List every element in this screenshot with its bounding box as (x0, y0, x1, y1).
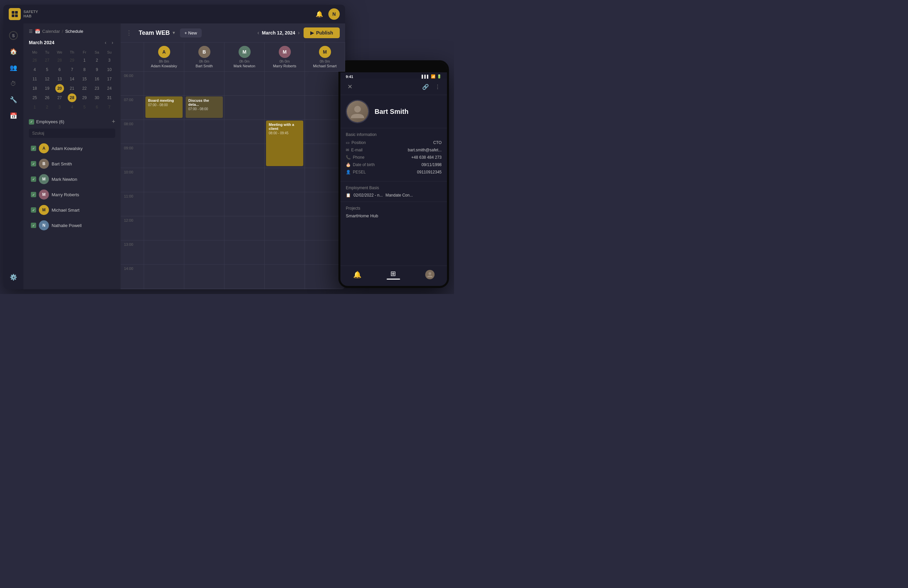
time-cell-3-3[interactable] (265, 144, 305, 168)
person-header-bart[interactable]: B 0h 0m Bart Smith (184, 43, 224, 71)
mini-cal-prev[interactable]: ‹ (103, 39, 109, 46)
time-cell-5-3[interactable] (265, 192, 305, 216)
event-block[interactable]: Discuss the deta...07:00 - 08:00 (186, 96, 223, 118)
cal-day[interactable]: 26 (43, 93, 52, 102)
time-cell-8-1[interactable] (184, 265, 224, 288)
sidebar-item-clock[interactable]: ⏱ (7, 77, 20, 90)
date-next-button[interactable]: › (298, 30, 299, 36)
time-cell-9-3[interactable] (265, 289, 305, 289)
time-cell-6-2[interactable] (224, 216, 265, 240)
time-cell-2-3[interactable]: Meeting with a client08:00 - 09:45 (265, 120, 305, 144)
cal-day[interactable]: 3 (55, 103, 64, 111)
cal-day[interactable]: 3 (105, 56, 114, 64)
cal-day[interactable]: 6 (55, 65, 64, 74)
cal-day[interactable]: 12 (43, 75, 52, 84)
cal-day[interactable]: 29 (68, 56, 76, 64)
breadcrumb-parent[interactable]: Calendar (42, 29, 60, 34)
time-cell-6-1[interactable] (184, 216, 224, 240)
cal-day[interactable]: 2 (92, 56, 101, 64)
mini-cal-next[interactable]: › (109, 39, 115, 46)
cal-day[interactable]: 17 (105, 75, 114, 84)
cal-day[interactable]: 19 (43, 84, 52, 93)
cal-day[interactable]: 1 (80, 56, 89, 64)
cal-day[interactable]: 5 (80, 103, 89, 111)
cal-day[interactable]: 4 (68, 103, 76, 111)
cal-day[interactable]: 22 (80, 84, 89, 93)
cal-day[interactable]: 16 (92, 75, 101, 84)
cal-day[interactable]: 23 (92, 84, 101, 93)
mobile-nav-grid[interactable]: ⊞ (386, 270, 400, 280)
cal-day[interactable]: 29 (80, 93, 89, 102)
time-cell-5-0[interactable] (144, 192, 184, 216)
mobile-close-button[interactable]: ✕ (345, 82, 354, 92)
person-header-adam[interactable]: A 8h 0m Adam Kowalsky (144, 43, 184, 71)
employee-item[interactable]: ✓ A Adam Kowalsky (29, 141, 115, 155)
time-cell-7-1[interactable] (184, 240, 224, 264)
cal-day[interactable]: 9 (92, 65, 101, 74)
cal-day[interactable]: 6 (92, 103, 101, 111)
team-selector[interactable]: Team WEB ▼ (139, 29, 176, 37)
user-avatar[interactable]: N (328, 8, 340, 20)
mobile-link-button[interactable]: 🔗 (421, 82, 430, 92)
time-cell-2-0[interactable] (144, 120, 184, 144)
cal-day[interactable]: 28 (68, 93, 76, 102)
cal-day[interactable]: 26 (31, 56, 39, 64)
new-event-button[interactable]: + New (180, 29, 202, 37)
schedule-container[interactable]: A 8h 0m Adam Kowalsky B 0h 0m Bart Smith… (121, 43, 345, 289)
sidebar-item-home[interactable]: 🏠 (7, 45, 20, 58)
time-cell-2-1[interactable] (184, 120, 224, 144)
time-cell-9-2[interactable] (224, 289, 265, 289)
cal-day[interactable]: 5 (43, 65, 52, 74)
time-cell-6-0[interactable] (144, 216, 184, 240)
time-cell-0-3[interactable] (265, 72, 305, 95)
mobile-nav-profile[interactable] (425, 270, 435, 279)
sidebar-item-tools[interactable]: 🔧 (7, 93, 20, 106)
cal-day[interactable]: 31 (105, 93, 114, 102)
employee-item[interactable]: ✓ M Michael Smart (29, 203, 115, 217)
cal-day[interactable]: 11 (31, 75, 39, 84)
cal-day[interactable]: 25 (31, 93, 39, 102)
cal-day[interactable]: 30 (92, 93, 101, 102)
employee-item[interactable]: ✓ M Mark Newton (29, 172, 115, 186)
cal-day[interactable]: 24 (105, 84, 114, 93)
mobile-nav-bell[interactable]: 🔔 (353, 271, 362, 279)
employee-search-input[interactable] (29, 129, 115, 138)
person-header-mark[interactable]: M 0h 0m Mark Newton (224, 43, 265, 71)
time-cell-8-0[interactable] (144, 265, 184, 288)
time-cell-0-1[interactable] (184, 72, 224, 95)
time-cell-4-2[interactable] (224, 168, 265, 192)
time-cell-7-0[interactable] (144, 240, 184, 264)
cal-day[interactable]: 4 (31, 65, 39, 74)
cal-day[interactable]: 10 (105, 65, 114, 74)
time-cell-1-0[interactable]: Board meeting07:00 - 08:00 (144, 96, 184, 119)
time-cell-3-0[interactable] (144, 144, 184, 168)
cal-day[interactable]: 27 (55, 93, 64, 102)
employee-item[interactable]: ✓ N Nathalie Powell (29, 218, 115, 232)
time-cell-9-1[interactable] (184, 289, 224, 289)
time-cell-5-1[interactable] (184, 192, 224, 216)
sidebar-item-people[interactable]: 👥 (7, 61, 20, 74)
publish-button[interactable]: ▶ Publish (304, 27, 340, 38)
time-cell-9-4[interactable] (305, 289, 345, 289)
cal-day[interactable]: 18 (31, 84, 39, 93)
cal-day[interactable]: 13 (55, 75, 64, 84)
cal-day[interactable]: 7 (105, 103, 114, 111)
mobile-more-button[interactable]: ⋮ (433, 82, 442, 92)
sidebar-item-logo[interactable]: S (7, 29, 20, 42)
more-options-icon[interactable]: ⋮ (126, 29, 132, 37)
cal-day[interactable]: 20 (55, 84, 64, 93)
time-cell-8-2[interactable] (224, 265, 265, 288)
cal-day[interactable]: 2 (43, 103, 52, 111)
employee-item[interactable]: ✓ M Marry Roberts (29, 188, 115, 202)
time-cell-3-1[interactable] (184, 144, 224, 168)
time-cell-6-3[interactable] (265, 216, 305, 240)
time-cell-4-3[interactable] (265, 168, 305, 192)
time-cell-2-2[interactable] (224, 120, 265, 144)
time-cell-3-2[interactable] (224, 144, 265, 168)
time-cell-4-1[interactable] (184, 168, 224, 192)
date-prev-button[interactable]: ‹ (257, 30, 259, 36)
cal-day[interactable]: 1 (31, 103, 39, 111)
time-cell-1-1[interactable]: Discuss the deta...07:00 - 08:00 (184, 96, 224, 119)
person-header-michael[interactable]: M 0h 0m Michael Smart (305, 43, 345, 71)
person-header-marry[interactable]: M 0h 0m Marry Roberts (265, 43, 305, 71)
